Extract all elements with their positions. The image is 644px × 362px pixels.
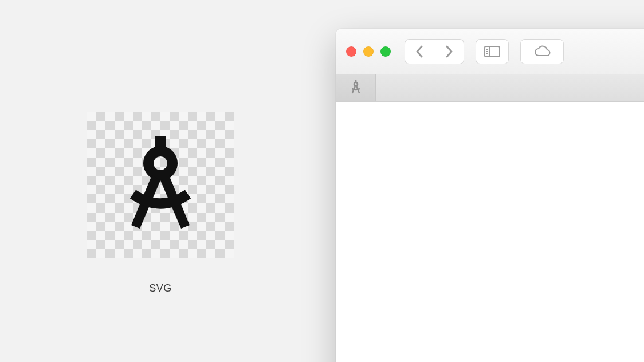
chevron-right-icon xyxy=(445,45,453,58)
sidebar-toggle-icon xyxy=(484,46,500,57)
tab-bar xyxy=(336,74,644,102)
preview-format-label: SVG xyxy=(149,282,172,294)
app-window xyxy=(336,29,644,362)
compass-icon xyxy=(117,129,203,241)
forward-button[interactable] xyxy=(434,39,464,64)
tab-bar-empty xyxy=(376,74,644,101)
window-controls xyxy=(346,46,391,57)
nav-button-group xyxy=(405,39,464,64)
preview-panel: SVG xyxy=(86,112,235,294)
close-button[interactable] xyxy=(346,46,356,57)
canvas[interactable] xyxy=(336,102,644,362)
chevron-left-icon xyxy=(415,45,423,58)
zoom-button[interactable] xyxy=(380,46,391,57)
sidebar-toggle-button[interactable] xyxy=(476,39,509,64)
titlebar xyxy=(336,29,644,74)
back-button[interactable] xyxy=(405,39,434,64)
tab-compass[interactable] xyxy=(336,74,376,101)
compass-icon xyxy=(350,80,362,97)
transparency-checkerboard xyxy=(87,112,234,258)
cloud-button[interactable] xyxy=(520,39,564,64)
svg-rect-8 xyxy=(355,80,356,81)
cloud-icon xyxy=(532,45,552,58)
svg-rect-0 xyxy=(155,136,166,148)
minimize-button[interactable] xyxy=(363,46,374,57)
